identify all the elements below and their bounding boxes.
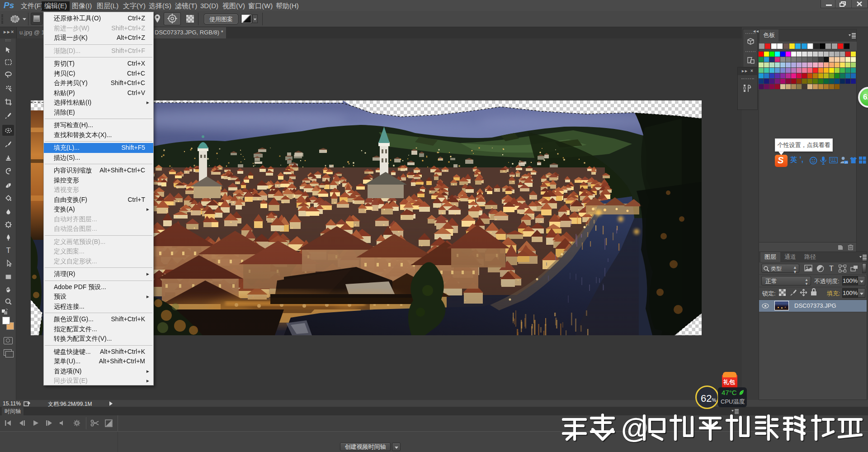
svg-text:25: 25 bbox=[844, 161, 848, 164]
svg-text:T: T bbox=[6, 246, 10, 254]
svg-text:T: T bbox=[829, 265, 834, 272]
